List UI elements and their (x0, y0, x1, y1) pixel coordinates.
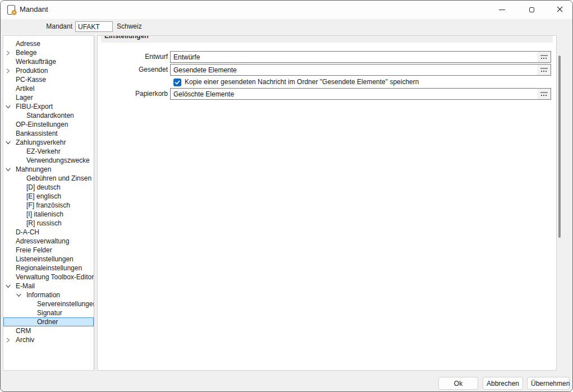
mandant-code-input[interactable] (75, 21, 113, 32)
tree-indent-spacer (3, 246, 16, 255)
tree-item-artikel[interactable]: Artikel (3, 84, 94, 93)
chevron-down-icon[interactable] (3, 102, 16, 111)
tree-item-label: Archiv (16, 335, 34, 344)
tree-item-label: EZ-Verkehr (26, 147, 61, 156)
cancel-button[interactable]: Abbrechen (483, 377, 523, 390)
tree-item-servereinstellungen[interactable]: Servereinstellungen (3, 299, 94, 308)
tree-item-archiv[interactable]: Archiv (3, 335, 94, 344)
tree-indent-spacer (3, 93, 16, 102)
chevron-down-icon[interactable] (3, 138, 16, 147)
tree-item-label: Verwaltung Toolbox-Editor (16, 273, 94, 282)
tree-item-pc-kasse[interactable]: PC-Kasse (3, 75, 94, 84)
tree-item-mahnungen[interactable]: Mahnungen (3, 165, 94, 174)
tree-item-lager[interactable]: Lager (3, 93, 94, 102)
tree-item-zahlungsverkehr[interactable]: Zahlungsverkehr (3, 138, 94, 147)
chevron-down-icon[interactable] (3, 165, 16, 174)
tree-item-verwendungszwecke[interactable]: Verwendungszwecke (3, 156, 94, 165)
tree-item-label: [R] russisch (26, 219, 62, 228)
tree-item-produktion[interactable]: Produktion (3, 66, 94, 75)
tree-item-regionaleinstellungen[interactable]: Regionaleinstellungen (3, 264, 94, 273)
tree-indent-spacer (3, 120, 16, 129)
entwurf-label: Entwurf (98, 51, 168, 63)
tree-item-adresse[interactable]: Adresse (3, 39, 94, 48)
browse-icon (540, 92, 548, 93)
ellipsis-icon (541, 95, 547, 96)
tree-item-e-mail[interactable]: E-Mail (3, 282, 94, 290)
close-button[interactable] (547, 1, 572, 19)
tree-item-gebühren-und-zinsen[interactable]: Gebühren und Zinsen (3, 174, 94, 183)
papierkorb-folder-input[interactable] (170, 88, 551, 100)
browse-icon (540, 55, 548, 56)
entwurf-folder-input[interactable] (170, 51, 551, 63)
tree-item-i-italienisch[interactable]: [I] italienisch (3, 210, 94, 219)
close-icon (557, 6, 563, 14)
tree-item-r-russisch[interactable]: [R] russisch (3, 219, 94, 228)
chevron-down-icon[interactable] (3, 282, 16, 290)
maximize-icon (529, 7, 534, 12)
tree-item-label: Verwendungszwecke (26, 156, 90, 165)
tree-item-label: Standardkonten (26, 111, 74, 120)
apply-button[interactable]: Übernehmen (527, 377, 570, 390)
papierkorb-browse-button[interactable] (537, 89, 551, 99)
tree-item-standardkonten[interactable]: Standardkonten (3, 111, 94, 120)
tree-item-label: E-Mail (16, 282, 35, 290)
tree-item-bankassistent[interactable]: Bankassistent (3, 129, 94, 138)
app-database-gear-icon (7, 4, 18, 16)
copy-sent-checkbox[interactable] (173, 79, 181, 86)
entwurf-browse-button[interactable] (537, 52, 551, 62)
ok-button[interactable]: Ok (438, 377, 478, 390)
tree-item-label: D-A-CH (16, 228, 39, 237)
tree-item-label: Artikel (16, 84, 34, 93)
tree-item-label: Lager (16, 93, 33, 102)
tree-indent-spacer (25, 299, 37, 308)
chevron-down-icon[interactable] (14, 290, 26, 299)
tree-item-crm[interactable]: CRM (3, 326, 94, 335)
tree-indent-spacer (14, 201, 26, 210)
gesendet-browse-button[interactable] (537, 64, 551, 75)
gesendet-folder-input[interactable] (170, 64, 551, 76)
tree-item-ez-verkehr[interactable]: EZ-Verkehr (3, 147, 94, 156)
copy-sent-checkbox-row: Kopie einer gesendeten Nachricht im Ordn… (173, 78, 419, 86)
tree-item-label: Signatur (37, 308, 62, 317)
tree-item-listeneinstellungen[interactable]: Listeneinstellungen (3, 255, 94, 264)
section-header-label: Einstellungen (104, 36, 149, 40)
vertical-scrollbar[interactable] (558, 56, 561, 238)
tree-indent-spacer (14, 192, 26, 201)
tree-item-label: Adressverwaltung (16, 237, 69, 246)
chevron-right-icon[interactable] (3, 335, 16, 344)
tree-indent-spacer (14, 183, 26, 192)
tree-item-label: Zahlungsverkehr (16, 138, 66, 147)
tree-item-adressverwaltung[interactable]: Adressverwaltung (3, 237, 94, 246)
tree-indent-spacer (3, 264, 16, 273)
tree-item-label: Gebühren und Zinsen (26, 174, 91, 183)
tree-indent-spacer (25, 308, 37, 317)
chevron-right-icon[interactable] (3, 66, 16, 75)
tree-item-f-französisch[interactable]: [F] französisch (3, 201, 94, 210)
tree-item-op-einstellungen[interactable]: OP-Einstellungen (3, 120, 94, 129)
tree-indent-spacer (25, 317, 37, 326)
tree-item-label: Werkaufträge (16, 57, 56, 66)
tree-item-fibu-export[interactable]: FIBU-Export (3, 102, 94, 111)
tree-indent-spacer (14, 156, 26, 165)
tree-indent-spacer (3, 228, 16, 237)
tree-item-ordner[interactable]: Ordner (3, 317, 94, 326)
tree-item-information[interactable]: Information (3, 290, 94, 299)
minimize-button[interactable] (489, 1, 515, 19)
tree-item-freie-felder[interactable]: Freie Felder (3, 246, 94, 255)
field-row-entwurf: Entwurf (98, 51, 551, 63)
tree-item-belege[interactable]: Belege (3, 48, 94, 57)
tree-item-label: Servereinstellungen (37, 299, 94, 308)
tree-item-label: Ordner (37, 317, 58, 326)
tree-item-label: Mahnungen (16, 165, 51, 174)
maximize-button[interactable] (519, 1, 544, 19)
tree-item-label: [D] deutsch (26, 183, 61, 192)
tree-item-verwaltung-toolbox-editor[interactable]: Verwaltung Toolbox-Editor (3, 273, 94, 282)
tree-item-label: [E] englisch (26, 192, 61, 201)
tree-item-d-deutsch[interactable]: [D] deutsch (3, 183, 94, 192)
chevron-right-icon[interactable] (3, 48, 16, 57)
tree-item-werkaufträge[interactable]: Werkaufträge (3, 57, 94, 66)
tree-item-d-a-ch[interactable]: D-A-CH (3, 228, 94, 237)
copy-sent-checkbox-label: Kopie einer gesendeten Nachricht im Ordn… (185, 78, 419, 86)
tree-item-e-englisch[interactable]: [E] englisch (3, 192, 94, 201)
tree-item-signatur[interactable]: Signatur (3, 308, 94, 317)
